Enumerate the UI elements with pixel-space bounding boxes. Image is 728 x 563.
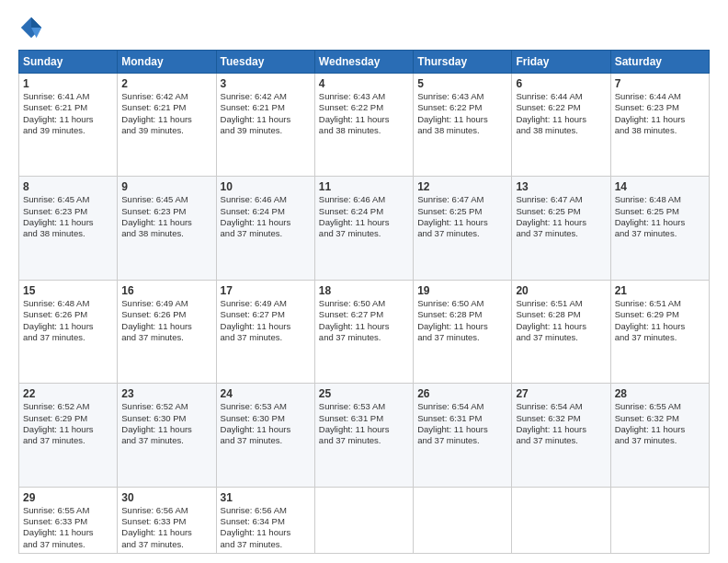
day-info-line: and 38 minutes. <box>615 125 705 136</box>
day-info-line: and 37 minutes. <box>615 332 705 343</box>
day-info-line: and 37 minutes. <box>319 435 409 446</box>
day-info-line: Sunrise: 6:51 AM <box>516 298 606 309</box>
day-number: 19 <box>417 284 507 297</box>
day-info-line: and 38 minutes. <box>121 228 211 239</box>
day-info-line: Sunrise: 6:43 AM <box>319 91 409 102</box>
day-number: 18 <box>319 284 409 297</box>
day-info-line: Daylight: 11 hours <box>121 217 211 228</box>
day-number: 8 <box>23 180 113 193</box>
calendar-cell <box>610 487 709 553</box>
calendar-header-cell: Saturday <box>610 51 709 74</box>
day-info-line: Sunset: 6:34 PM <box>221 516 311 527</box>
calendar-header-cell: Friday <box>512 51 610 74</box>
day-info-line: and 37 minutes. <box>221 332 311 343</box>
day-info-line: Daylight: 11 hours <box>615 321 705 332</box>
day-info-line: Daylight: 11 hours <box>221 217 311 228</box>
day-number: 27 <box>516 387 606 400</box>
day-info-line: Sunset: 6:25 PM <box>417 206 507 217</box>
day-info-line: and 37 minutes. <box>417 228 507 239</box>
calendar-cell: 11Sunrise: 6:46 AMSunset: 6:24 PMDayligh… <box>314 177 413 280</box>
svg-marker-1 <box>31 17 41 28</box>
day-info-line: Daylight: 11 hours <box>615 114 705 125</box>
day-number: 7 <box>615 77 705 90</box>
calendar-cell: 4Sunrise: 6:43 AMSunset: 6:22 PMDaylight… <box>314 74 413 177</box>
day-number: 28 <box>615 387 705 400</box>
day-info-line: Sunrise: 6:46 AM <box>221 194 311 205</box>
day-info-line: Sunrise: 6:47 AM <box>417 194 507 205</box>
calendar-week-row: 8Sunrise: 6:45 AMSunset: 6:23 PMDaylight… <box>19 177 710 280</box>
day-info-line: Sunrise: 6:53 AM <box>319 401 409 412</box>
calendar-cell <box>314 487 413 553</box>
logo-icon <box>18 15 44 40</box>
calendar-cell: 14Sunrise: 6:48 AMSunset: 6:25 PMDayligh… <box>610 177 709 280</box>
day-info-line: Sunrise: 6:41 AM <box>23 91 113 102</box>
calendar-cell: 1Sunrise: 6:41 AMSunset: 6:21 PMDaylight… <box>19 74 118 177</box>
calendar-cell: 31Sunrise: 6:56 AMSunset: 6:34 PMDayligh… <box>216 487 314 553</box>
day-info-line: Daylight: 11 hours <box>121 114 211 125</box>
day-info-line: Sunrise: 6:48 AM <box>615 194 705 205</box>
day-info-line: and 37 minutes. <box>23 539 113 550</box>
calendar-cell: 13Sunrise: 6:47 AMSunset: 6:25 PMDayligh… <box>512 177 610 280</box>
day-info-line: Sunrise: 6:49 AM <box>121 298 211 309</box>
day-info-line: Daylight: 11 hours <box>221 114 311 125</box>
calendar-cell <box>414 487 512 553</box>
day-info-line: Daylight: 11 hours <box>221 424 311 435</box>
day-info-line: Sunset: 6:30 PM <box>121 413 211 424</box>
day-number: 21 <box>615 284 705 297</box>
calendar-week-row: 29Sunrise: 6:55 AMSunset: 6:33 PMDayligh… <box>19 487 710 553</box>
day-info-line: Daylight: 11 hours <box>23 321 113 332</box>
day-info-line: Sunrise: 6:52 AM <box>121 401 211 412</box>
calendar-week-row: 15Sunrise: 6:48 AMSunset: 6:26 PMDayligh… <box>19 280 710 383</box>
day-info-line: and 37 minutes. <box>516 228 606 239</box>
day-info-line: Sunset: 6:31 PM <box>417 413 507 424</box>
day-info-line: Daylight: 11 hours <box>615 424 705 435</box>
day-info-line: Sunrise: 6:42 AM <box>121 91 211 102</box>
calendar-header-row: SundayMondayTuesdayWednesdayThursdayFrid… <box>19 51 710 74</box>
day-info-line: Daylight: 11 hours <box>417 424 507 435</box>
day-number: 14 <box>615 180 705 193</box>
day-info-line: Sunset: 6:22 PM <box>319 102 409 113</box>
calendar-cell <box>512 487 610 553</box>
day-number: 29 <box>23 491 113 504</box>
day-info-line: Sunrise: 6:50 AM <box>319 298 409 309</box>
day-info-line: Sunset: 6:32 PM <box>516 413 606 424</box>
calendar-cell: 3Sunrise: 6:42 AMSunset: 6:21 PMDaylight… <box>216 74 314 177</box>
day-info-line: Sunset: 6:25 PM <box>615 206 705 217</box>
day-number: 22 <box>23 387 113 400</box>
day-info-line: Sunrise: 6:56 AM <box>121 505 211 516</box>
day-info-line: and 39 minutes. <box>23 125 113 136</box>
calendar-cell: 15Sunrise: 6:48 AMSunset: 6:26 PMDayligh… <box>19 280 118 383</box>
day-info-line: Daylight: 11 hours <box>121 321 211 332</box>
day-info-line: and 38 minutes. <box>23 228 113 239</box>
day-info-line: and 37 minutes. <box>121 435 211 446</box>
calendar-cell: 29Sunrise: 6:55 AMSunset: 6:33 PMDayligh… <box>19 487 118 553</box>
day-info-line: and 37 minutes. <box>417 435 507 446</box>
day-info-line: Sunset: 6:27 PM <box>221 309 311 320</box>
day-info-line: Daylight: 11 hours <box>319 217 409 228</box>
day-number: 30 <box>121 491 211 504</box>
day-info-line: Daylight: 11 hours <box>516 114 606 125</box>
day-info-line: Sunset: 6:32 PM <box>615 413 705 424</box>
day-info-line: and 39 minutes. <box>221 125 311 136</box>
day-info-line: Sunset: 6:21 PM <box>121 102 211 113</box>
day-number: 16 <box>121 284 211 297</box>
day-number: 6 <box>516 77 606 90</box>
day-number: 25 <box>319 387 409 400</box>
calendar-header-cell: Monday <box>118 51 216 74</box>
day-info-line: Sunset: 6:26 PM <box>23 309 113 320</box>
day-info-line: Daylight: 11 hours <box>319 424 409 435</box>
day-info-line: Sunset: 6:22 PM <box>516 102 606 113</box>
day-info-line: Sunrise: 6:44 AM <box>516 91 606 102</box>
day-info-line: Sunset: 6:21 PM <box>221 102 311 113</box>
day-number: 24 <box>221 387 311 400</box>
day-info-line: Sunset: 6:29 PM <box>615 309 705 320</box>
header <box>18 15 710 40</box>
day-info-line: Sunrise: 6:52 AM <box>23 401 113 412</box>
calendar-cell: 12Sunrise: 6:47 AMSunset: 6:25 PMDayligh… <box>414 177 512 280</box>
day-number: 9 <box>121 180 211 193</box>
calendar-header-cell: Sunday <box>19 51 118 74</box>
day-info-line: Daylight: 11 hours <box>121 527 211 538</box>
day-info-line: Sunset: 6:33 PM <box>23 516 113 527</box>
calendar-cell: 20Sunrise: 6:51 AMSunset: 6:28 PMDayligh… <box>512 280 610 383</box>
day-info-line: Daylight: 11 hours <box>516 424 606 435</box>
